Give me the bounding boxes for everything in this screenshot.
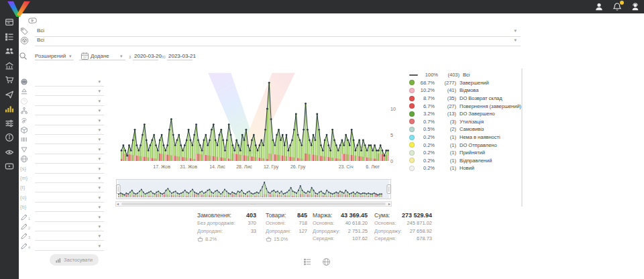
token-o-icon: {o} <box>20 195 26 200</box>
legend-dot-marker <box>409 119 415 124</box>
sidebar-item-warehouse[interactable] <box>5 61 14 70</box>
filter-row-token-t[interactable]: {t}▾ <box>20 184 106 192</box>
chevron-down-icon: ▾ <box>98 205 101 209</box>
legend-label: Завершений <box>460 80 489 86</box>
legend-item[interactable]: 3.2%(13)DO Завершено <box>409 110 521 118</box>
filter-row-disabled-filter[interactable]: ▾ <box>20 97 106 106</box>
chevron-down-icon: ▾ <box>98 79 101 84</box>
stat-subrow: Середня:678.73 <box>374 235 432 243</box>
legend-item[interactable]: 6.7%(27)Повернення (завершений) <box>409 102 521 110</box>
filter-row-custom-field-4[interactable]: 4▾ <box>20 242 106 251</box>
filter-row-token-s[interactable]: {s}▾ <box>20 165 106 174</box>
filter-row-custom-field-1[interactable]: 1▾ <box>20 213 106 222</box>
apply-button[interactable]: Застосувати <box>50 254 99 266</box>
chevron-down-icon: ▾ <box>514 28 517 33</box>
filter-underline <box>35 144 104 144</box>
sidebar-item-campaigns[interactable] <box>5 90 14 99</box>
orders-chart[interactable]: 17. Жов31. Жов14. Лис28. Лис12. Гру26. Г… <box>118 67 400 174</box>
filter-row-identity[interactable]: ▾ <box>20 117 106 125</box>
vertical-scrollbar[interactable] <box>521 68 523 207</box>
legend-item[interactable]: 0.2%(1)Новий <box>409 164 521 172</box>
filter-row-barcode[interactable]: ▾ <box>20 135 106 144</box>
sidebar-item-video-tutorials[interactable] <box>5 162 14 171</box>
stat-header: Замовлення:403 <box>197 212 256 220</box>
filter-row-structure[interactable]: ▾ <box>20 107 106 115</box>
legend-count: (2) <box>438 126 456 132</box>
stat-subrow: Основна:245 871.02 <box>374 220 432 228</box>
filter-underline <box>35 163 104 164</box>
country-icon <box>20 78 28 86</box>
custom-field-3-icon: 3 <box>20 232 28 240</box>
funnel-icon <box>20 146 28 154</box>
notifications-icon[interactable] <box>612 2 622 11</box>
legend-percent: 0.2% <box>417 158 435 164</box>
sidebar-item-cart[interactable] <box>5 75 14 85</box>
date-from-label: з <box>129 54 131 59</box>
legend-percent: 68.7% <box>417 80 435 86</box>
filter-row-token-m[interactable]: {m}▾ <box>20 174 106 183</box>
legend-item[interactable]: 10.2%(41)Відмова <box>409 87 521 95</box>
legend-count: (403) <box>441 72 460 78</box>
assistant-icon[interactable] <box>631 2 640 11</box>
filter-row-token-b[interactable]: {b}▾ <box>20 203 106 212</box>
product-filter[interactable]: Всі ▾ <box>19 36 521 46</box>
legend-item[interactable]: 0.2%(1)Прийнятий <box>409 149 521 157</box>
legend-item[interactable]: 0.7%(3)Утилізація <box>409 118 521 126</box>
search-icon[interactable] <box>19 52 28 60</box>
legend-item[interactable]: 0.2%(1)Нема в наявності <box>409 133 521 142</box>
date-field-select[interactable]: Додане <box>91 53 109 59</box>
svg-text:10: 10 <box>390 107 396 111</box>
status-filter[interactable]: Всі ▾ <box>19 27 521 36</box>
chart-globe-toggle-icon[interactable] <box>322 258 331 266</box>
svg-text:17. Жов: 17. Жов <box>153 164 170 169</box>
filter-row-token-o[interactable]: {o}▾ <box>20 194 106 203</box>
legend-percent: 0.2% <box>417 150 435 156</box>
date-from-input[interactable]: 2020-03-20 <box>134 53 162 59</box>
filter-row-region[interactable]: ▾ <box>20 155 106 164</box>
legend-item[interactable]: 100%(403)Всі <box>409 71 521 79</box>
legend-item[interactable]: 0.5%(2)Самовивіз <box>409 125 521 133</box>
legend-item[interactable]: 0.2%(1)DO Отправлено <box>409 141 521 149</box>
stat-header: Сума:273 529.94 <box>374 212 432 220</box>
filter-row-product-box[interactable]: ▾ <box>20 126 106 135</box>
legend-count: (1) <box>438 165 456 171</box>
legend-item[interactable]: 8.7%(35)DO Возврат склад <box>409 95 521 103</box>
date-to-input[interactable]: 2023-03-21 <box>168 53 196 59</box>
sidebar-item-orders[interactable] <box>5 32 14 42</box>
user-icon[interactable] <box>594 2 604 11</box>
filter-underline <box>35 221 104 222</box>
sidebar-item-analytics[interactable] <box>5 104 14 113</box>
filter-row-funnel[interactable]: ▾ <box>20 146 106 154</box>
legend-item[interactable]: 68.7%(277)Завершений <box>409 79 521 87</box>
svg-text:28. Лис: 28. Лис <box>236 164 252 169</box>
search-mode-select[interactable]: Розширений <box>35 53 66 59</box>
stat-subrow: Середня:107.62 <box>313 235 368 243</box>
sidebar-item-info[interactable] <box>5 133 14 142</box>
svg-text:17: 17 <box>83 56 87 59</box>
chart-list-toggle-icon[interactable] <box>303 258 312 266</box>
analytics-page: Всі ▾ Всі ▾ Розширений ▾ 17 Додане ▾ з 2… <box>0 0 644 279</box>
navigator-handle-right <box>387 185 391 194</box>
scroll-right-icon[interactable]: ▸ <box>388 201 390 207</box>
filter-underline <box>35 250 104 251</box>
filter-row-custom-field-2[interactable]: 2▾ <box>20 223 106 231</box>
legend-item[interactable]: 0.2%(1)Відправлений <box>409 157 521 165</box>
filter-underline <box>35 231 104 231</box>
filter-row-level[interactable]: ▾ <box>20 87 106 96</box>
scrollbar-thumb[interactable]: ··· <box>121 203 386 205</box>
horizontal-scrollbar[interactable]: ◂ ··· ▸ <box>115 201 392 207</box>
filter-row-country[interactable]: ▾ <box>20 78 106 87</box>
legend-percent: 0.2% <box>417 142 435 148</box>
scroll-left-icon[interactable]: ◂ <box>117 201 119 207</box>
sidebar-item-settings[interactable] <box>5 119 14 128</box>
stat-subrow: Без допродажів:370 <box>197 220 256 228</box>
date-from-underline <box>133 60 158 60</box>
filter-row-custom-field-3[interactable]: 3▾ <box>20 232 106 241</box>
sidebar-item-clients[interactable] <box>5 46 14 56</box>
legend-dot-marker <box>409 150 415 156</box>
sidebar-item-support[interactable] <box>5 148 14 157</box>
chart-navigator[interactable] <box>115 179 392 203</box>
legend-line-marker <box>409 74 418 76</box>
app-logo[interactable] <box>5 1 32 20</box>
search-mode-underline <box>35 60 74 60</box>
